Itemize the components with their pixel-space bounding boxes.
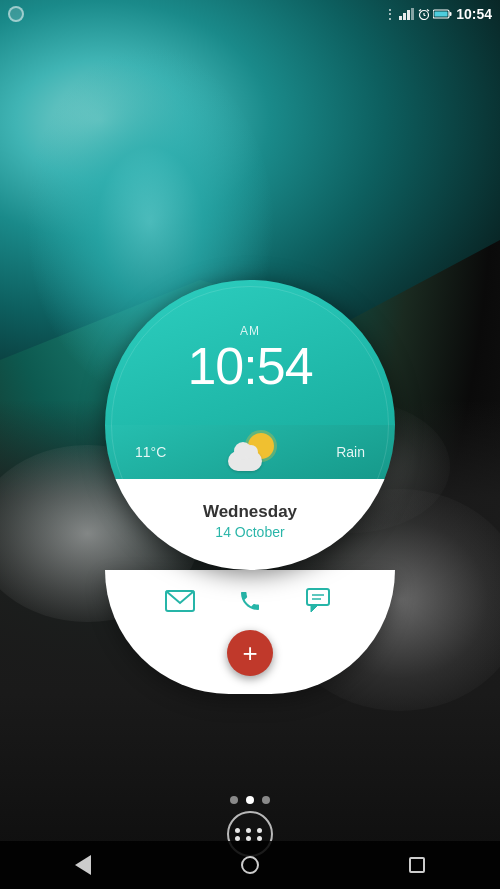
svg-line-8 xyxy=(427,10,429,12)
date-month: October xyxy=(235,524,285,540)
signal-icon xyxy=(399,8,415,20)
weather-icon xyxy=(228,433,274,471)
page-indicators xyxy=(230,796,270,804)
circle-widget[interactable]: AM 10:54 11°C Rain Wednesday 14 October xyxy=(105,280,395,570)
drawer-dots-grid xyxy=(235,828,265,841)
bluetooth-icon: ⋮ xyxy=(384,7,396,21)
svg-rect-1 xyxy=(403,13,406,20)
mail-icon xyxy=(165,590,195,612)
svg-line-7 xyxy=(419,10,421,12)
weather-condition-label: Rain xyxy=(336,444,365,460)
drawer-dot xyxy=(235,836,240,841)
fab-button[interactable]: + xyxy=(227,630,273,676)
page-dot-2[interactable] xyxy=(246,796,254,804)
home-button[interactable] xyxy=(230,845,270,885)
drawer-dot xyxy=(257,828,262,833)
navigation-bar xyxy=(0,841,500,889)
quick-actions-row xyxy=(105,570,395,624)
weather-section: 11°C Rain xyxy=(105,425,395,479)
page-dot-1[interactable] xyxy=(230,796,238,804)
drawer-dot xyxy=(246,828,251,833)
notification-icon xyxy=(8,6,24,22)
recents-button[interactable] xyxy=(397,845,437,885)
svg-rect-0 xyxy=(399,16,402,20)
battery-icon xyxy=(433,8,453,20)
drawer-dot xyxy=(246,836,251,841)
page-dot-3[interactable] xyxy=(262,796,270,804)
phone-icon xyxy=(238,589,262,613)
alarm-icon xyxy=(418,8,430,20)
mail-button[interactable] xyxy=(161,582,199,620)
clock-top-section: AM 10:54 xyxy=(105,280,395,425)
messages-icon xyxy=(306,588,334,614)
clock-time: 10:54 xyxy=(187,340,312,392)
temperature-label: 11°C xyxy=(135,444,166,460)
am-label: AM xyxy=(240,324,260,338)
day-name: Wednesday xyxy=(203,502,297,522)
status-left xyxy=(8,6,24,22)
phone-button[interactable] xyxy=(231,582,269,620)
date-number: 14 xyxy=(215,524,231,540)
svg-rect-10 xyxy=(450,12,452,16)
date-section: Wednesday 14 October xyxy=(105,479,395,570)
fab-label: + xyxy=(242,640,257,666)
drawer-dot xyxy=(235,828,240,833)
back-icon xyxy=(75,855,91,875)
svg-rect-3 xyxy=(411,8,414,20)
recents-icon xyxy=(409,857,425,873)
drawer-dot xyxy=(257,836,262,841)
home-icon xyxy=(241,856,259,874)
back-button[interactable] xyxy=(63,845,103,885)
status-right: ⋮ 10:54 xyxy=(384,6,492,22)
date-label: 14 October xyxy=(215,524,284,540)
svg-rect-13 xyxy=(307,589,329,605)
status-bar: ⋮ 10:54 xyxy=(0,0,500,28)
clock-widget[interactable]: AM 10:54 11°C Rain Wednesday 14 October xyxy=(105,280,395,694)
cloud-icon xyxy=(228,451,262,471)
status-time: 10:54 xyxy=(456,6,492,22)
messages-button[interactable] xyxy=(301,582,339,620)
svg-rect-2 xyxy=(407,10,410,20)
widget-bottom: + xyxy=(105,570,395,694)
svg-rect-11 xyxy=(435,12,448,17)
